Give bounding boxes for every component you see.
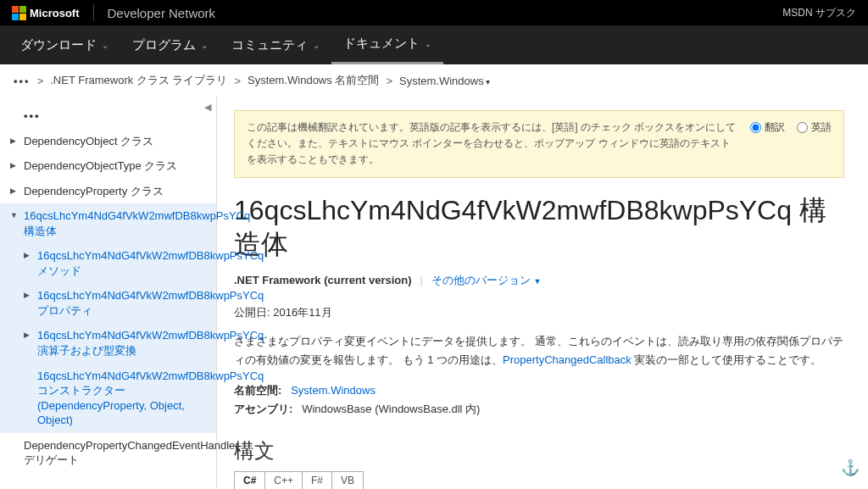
nav-documents[interactable]: ドキュメント⌄: [331, 25, 443, 64]
nav-downloads[interactable]: ダウンロード⌄: [8, 25, 120, 64]
caret-right-icon: ▶: [24, 330, 30, 340]
chevron-down-icon: ⌄: [313, 41, 320, 50]
chevron-down-icon: ▼: [534, 277, 542, 286]
tree-item[interactable]: ▶DependencyObjectType クラス: [0, 153, 216, 179]
namespace-link[interactable]: System.Windows: [291, 384, 376, 397]
radio-label: 英語: [811, 119, 832, 136]
top-header: Microsoft Developer Network MSDN サブスク: [0, 0, 868, 25]
microsoft-logo[interactable]: Microsoft: [12, 6, 80, 20]
tree-overflow[interactable]: •••: [0, 103, 216, 129]
translation-notice: この記事は機械翻訳されています。英語版の記事を表示するには、[英語] のチェック…: [234, 110, 844, 178]
chevron-down-icon: ⌄: [201, 41, 208, 50]
main-nav: ダウンロード⌄ プログラム⌄ コミュニティ⌄ ドキュメント⌄: [0, 25, 868, 64]
radio-english-input[interactable]: [797, 122, 808, 133]
nav-label: プログラム: [132, 37, 196, 53]
radio-english[interactable]: 英語: [797, 119, 832, 136]
caret-right-icon: ▶: [10, 160, 16, 170]
chevron-down-icon: ⌄: [102, 41, 108, 50]
assembly-value: WindowsBase (WindowsBase.dll 内): [302, 403, 480, 415]
lang-tab-vb[interactable]: VB: [331, 471, 364, 489]
breadcrumb-item-dropdown[interactable]: System.Windows: [399, 75, 490, 87]
breadcrumb-sep: >: [234, 75, 241, 87]
nav-label: ドキュメント: [343, 36, 420, 52]
tree-item-label: DependencyObjectType クラス: [24, 159, 177, 172]
breadcrumb: ••• > .NET Framework クラス ライブラリ > System.…: [0, 64, 868, 97]
caret-right-icon: ▶: [24, 250, 30, 260]
radio-translate[interactable]: 翻訳: [750, 119, 785, 136]
version-divider: |: [420, 274, 423, 286]
tree-item[interactable]: ▶DependencyProperty クラス: [0, 179, 216, 204]
breadcrumb-overflow[interactable]: •••: [14, 75, 31, 87]
header-divider: [93, 4, 94, 21]
publish-date: 公開日: 2016年11月: [234, 305, 844, 320]
version-other-dropdown[interactable]: その他のバージョン ▼: [431, 273, 542, 288]
header-right-link[interactable]: MSDN サブスク: [782, 6, 856, 20]
tree-item[interactable]: DependencyPropertyChangedEventHandler デリ…: [0, 433, 216, 473]
breadcrumb-item[interactable]: System.Windows 名前空間: [248, 73, 379, 88]
lang-tab-csharp[interactable]: C#: [234, 471, 265, 489]
caret-right-icon: ▶: [10, 136, 16, 146]
microsoft-logo-icon: [12, 6, 26, 20]
tree-subitem[interactable]: ▶16qcsLhcYm4NdG4fVkW2mwfDB8kwpPsYCq メソッド: [0, 243, 216, 283]
nav-label: ダウンロード: [20, 37, 97, 53]
desc-link[interactable]: PropertyChangedCallback: [503, 353, 632, 366]
nav-label: コミュニティ: [231, 37, 308, 53]
notice-options: 翻訳 英語: [750, 119, 832, 136]
namespace-row: 名前空間: System.Windows: [234, 381, 844, 400]
nav-tree-sub: ▶16qcsLhcYm4NdG4fVkW2mwfDB8kwpPsYCq メソッド…: [0, 243, 216, 432]
tree-subitem[interactable]: 16qcsLhcYm4NdG4fVkW2mwfDB8kwpPsYCq コンストラ…: [0, 364, 216, 433]
version-current: .NET Framework (current version): [234, 274, 412, 286]
anchor-icon[interactable]: ⚓: [841, 458, 860, 477]
chevron-down-icon: ⌄: [425, 39, 431, 48]
breadcrumb-sep: >: [386, 75, 392, 87]
language-tabs: C# C++ F# VB: [234, 471, 844, 489]
namespace-label: 名前空間:: [234, 384, 281, 397]
content-area: ◀ ••• ▶DependencyObject クラス ▶DependencyO…: [0, 97, 868, 489]
desc-text: 実装の一部として使用することです。: [632, 353, 822, 366]
nav-community[interactable]: コミュニティ⌄: [220, 25, 331, 64]
notice-text: この記事は機械翻訳されています。英語版の記事を表示するには、[英語] のチェック…: [247, 119, 737, 169]
nav-programs[interactable]: プログラム⌄: [120, 25, 220, 64]
microsoft-logo-text: Microsoft: [30, 7, 80, 19]
lang-tab-cpp[interactable]: C++: [264, 471, 303, 489]
main-content: この記事は機械翻訳されています。英語版の記事を表示するには、[英語] のチェック…: [217, 97, 861, 489]
top-header-left: Microsoft Developer Network: [12, 4, 215, 21]
radio-translate-input[interactable]: [750, 122, 761, 133]
assembly-row: アセンブリ: WindowsBase (WindowsBase.dll 内): [234, 400, 844, 419]
site-title[interactable]: Developer Network: [108, 6, 216, 20]
nav-tree: ••• ▶DependencyObject クラス ▶DependencyObj…: [0, 103, 216, 243]
caret-right-icon: ▶: [10, 186, 16, 196]
lang-tab-fsharp[interactable]: F#: [302, 471, 332, 489]
radio-label: 翻訳: [765, 119, 785, 136]
tree-item-label: DependencyProperty クラス: [24, 185, 164, 197]
caret-down-icon: ▼: [10, 210, 18, 220]
breadcrumb-sep: >: [37, 75, 44, 87]
tree-item-label: DependencyPropertyChangedEventHandler デリ…: [24, 439, 239, 467]
tree-item-label: DependencyObject クラス: [24, 135, 153, 147]
tree-item[interactable]: ▶DependencyObject クラス: [0, 129, 216, 154]
syntax-heading: 構文: [234, 437, 844, 464]
sidebar: ◀ ••• ▶DependencyObject クラス ▶DependencyO…: [0, 97, 217, 489]
version-row: .NET Framework (current version) | その他のバ…: [234, 273, 844, 288]
nav-tree: DependencyPropertyChangedEventHandler デリ…: [0, 433, 216, 473]
caret-right-icon: ▶: [24, 290, 30, 300]
breadcrumb-item[interactable]: .NET Framework クラス ライブラリ: [50, 73, 227, 88]
page-title: 16qcsLhcYm4NdG4fVkW2mwfDB8kwpPsYCq 構造体: [234, 193, 844, 261]
tree-item-label: 16qcsLhcYm4NdG4fVkW2mwfDB8kwpPsYCq 構造体: [24, 209, 250, 237]
assembly-label: アセンブリ:: [234, 403, 292, 415]
description: さまざまなプロパティ変更イベントにデータを提供します。 通常、これらのイベントは…: [234, 332, 844, 370]
tree-subitem[interactable]: ▶16qcsLhcYm4NdG4fVkW2mwfDB8kwpPsYCq 演算子お…: [0, 323, 216, 363]
tree-item-selected[interactable]: ▼16qcsLhcYm4NdG4fVkW2mwfDB8kwpPsYCq 構造体: [0, 203, 216, 243]
tree-subitem[interactable]: ▶16qcsLhcYm4NdG4fVkW2mwfDB8kwpPsYCq プロパテ…: [0, 283, 216, 323]
